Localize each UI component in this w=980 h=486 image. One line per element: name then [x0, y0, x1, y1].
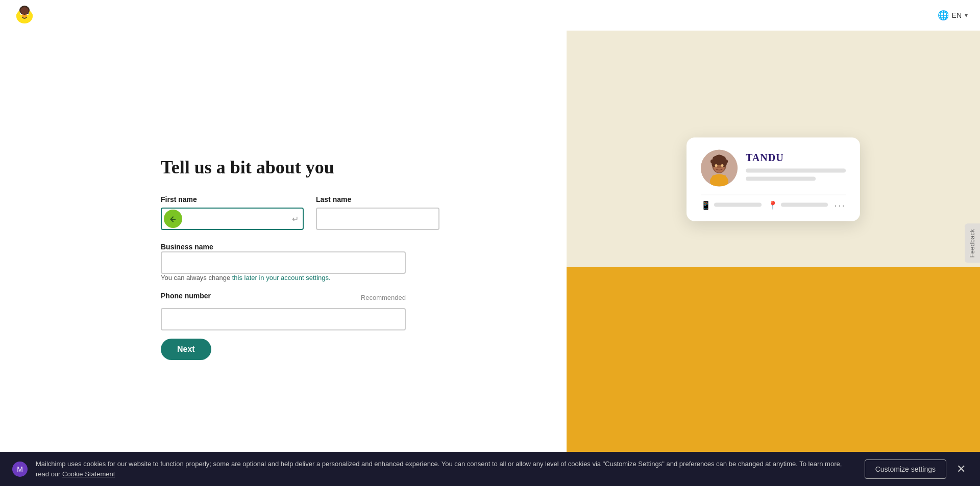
- customize-settings-button[interactable]: Customize settings: [865, 459, 946, 479]
- card-line-1: [746, 168, 846, 172]
- page-title: Tell us a bit about you: [161, 157, 406, 178]
- name-row: First name ↵ Last name: [161, 195, 406, 230]
- form-content: Tell us a bit about you First name ↵: [161, 157, 406, 360]
- card-footer-line-2: [781, 203, 828, 207]
- card-footer-location: 📍: [768, 200, 828, 210]
- phone-label-row: Phone number Recommended: [161, 292, 406, 304]
- avatar: [701, 149, 738, 186]
- card-footer: 📱 📍 ···: [701, 194, 846, 211]
- svg-point-22: [715, 164, 718, 167]
- card-footer-line-1: [714, 203, 762, 207]
- last-name-group: Last name: [316, 195, 439, 230]
- phone-input-wrapper: [161, 308, 406, 330]
- svg-point-10: [20, 7, 29, 14]
- phone-hint: Recommended: [361, 294, 406, 301]
- mailchimp-logo: [12, 3, 37, 28]
- helper-link[interactable]: this later in your account settings.: [232, 274, 331, 282]
- first-name-label: First name: [161, 195, 304, 203]
- business-name-input[interactable]: [161, 251, 406, 274]
- last-name-input-wrapper: [316, 208, 439, 230]
- business-name-input-wrapper: [161, 251, 406, 274]
- cookie-icon: M: [12, 462, 28, 477]
- svg-point-12: [26, 14, 27, 15]
- deco-panel: Tandu 📱 📍 ··· Feedback: [567, 0, 980, 486]
- helper-text-before: You can always change: [161, 274, 232, 282]
- helper-text: You can always change this later in your…: [161, 274, 406, 282]
- card-name: Tandu: [746, 151, 846, 163]
- last-name-label: Last name: [316, 195, 439, 203]
- header: 🌐 EN ▾: [0, 0, 980, 31]
- card-line-2: [746, 176, 816, 181]
- more-options-icon[interactable]: ···: [834, 199, 846, 211]
- location-icon: 📍: [768, 200, 778, 210]
- svg-rect-21: [712, 175, 726, 186]
- business-name-group: Business name: [161, 242, 406, 274]
- back-icon-circle: [164, 210, 182, 228]
- card-info: Tandu: [746, 149, 846, 185]
- svg-point-11: [22, 14, 23, 15]
- phone-label: Phone number: [161, 292, 211, 300]
- feedback-tab[interactable]: Feedback: [965, 223, 980, 263]
- business-name-label: Business name: [161, 243, 213, 251]
- back-arrow-icon: [168, 214, 178, 224]
- close-cookie-button[interactable]: ✕: [954, 464, 968, 475]
- first-name-group: First name ↵: [161, 195, 304, 230]
- feedback-tab-wrapper: Feedback: [965, 223, 980, 263]
- next-button[interactable]: Next: [161, 339, 211, 360]
- cookie-banner: M Mailchimp uses cookies for our website…: [0, 452, 980, 486]
- cookie-statement-link[interactable]: Cookie Statement: [62, 470, 115, 478]
- svg-point-27: [710, 159, 715, 163]
- profile-card: Tandu 📱 📍 ···: [687, 137, 860, 221]
- last-name-input[interactable]: [316, 208, 439, 230]
- deco-top: [567, 0, 980, 267]
- svg-point-28: [724, 159, 728, 163]
- phone-input[interactable]: [161, 308, 406, 330]
- chevron-down-icon: ▾: [965, 12, 968, 19]
- first-name-input[interactable]: [161, 208, 304, 230]
- phone-icon: 📱: [701, 200, 711, 210]
- first-name-input-wrapper: ↵: [161, 208, 304, 230]
- logo-area: [12, 3, 37, 28]
- card-top: Tandu: [701, 149, 846, 186]
- svg-point-7: [16, 13, 20, 18]
- clear-icon[interactable]: ↵: [292, 214, 299, 223]
- globe-icon: 🌐: [938, 10, 949, 21]
- svg-point-8: [29, 13, 33, 18]
- phone-group: Phone number Recommended: [161, 292, 406, 330]
- lang-label: EN: [952, 11, 962, 19]
- lang-selector[interactable]: 🌐 EN ▾: [938, 10, 968, 21]
- avatar-image: [701, 149, 738, 186]
- cookie-text: Mailchimp uses cookies for our website t…: [36, 459, 856, 479]
- svg-point-23: [721, 164, 724, 167]
- card-footer-phone: 📱: [701, 200, 762, 210]
- cookie-message: Mailchimp uses cookies for our website t…: [36, 460, 842, 478]
- form-panel: 🌐 EN ▾ Tell us a bit about you First nam…: [0, 0, 567, 486]
